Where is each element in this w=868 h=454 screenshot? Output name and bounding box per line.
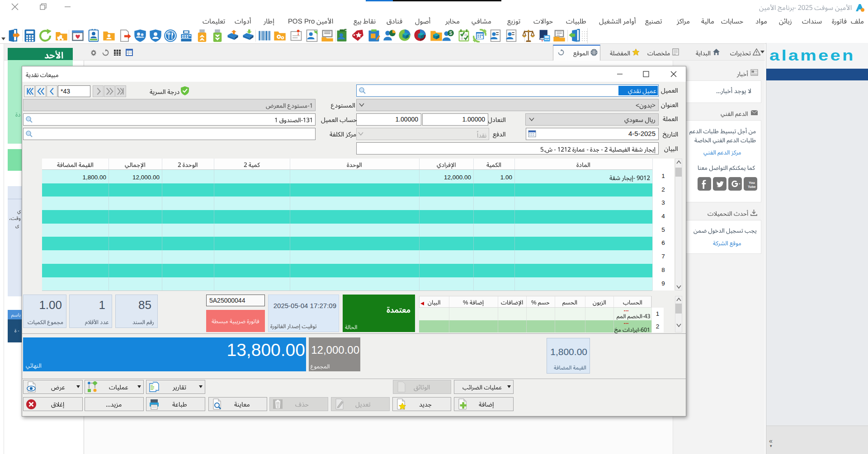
svg-text:$: $	[449, 30, 453, 36]
svg-text:You: You	[749, 181, 755, 185]
svg-text:Tube: Tube	[748, 185, 755, 189]
